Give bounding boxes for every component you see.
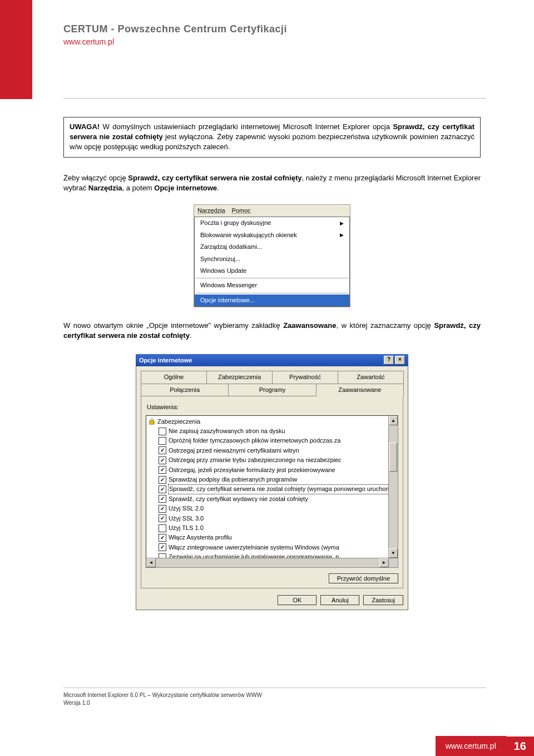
settings-option[interactable]: Ostrzegaj przy zmianie trybu zabezpieczo… (149, 455, 398, 465)
checkbox[interactable] (159, 446, 166, 454)
menu-item[interactable]: Synchronizuj... (195, 253, 349, 265)
menubar-item-tools[interactable]: Narzędzia (197, 207, 225, 215)
option-label: Użyj SSL 3.0 (169, 514, 204, 523)
svg-rect-0 (150, 421, 154, 424)
tab-content[interactable]: Zawartość (338, 371, 404, 384)
ok-button[interactable]: OK (278, 595, 317, 605)
checkbox[interactable] (159, 466, 166, 474)
red-stripe (0, 0, 32, 99)
cancel-button[interactable]: Anuluj (320, 595, 359, 605)
settings-listbox[interactable]: Zabezpieczenia Nie zapisuj zaszyfrowanyc… (146, 415, 398, 568)
lock-icon (149, 418, 155, 425)
menu-item[interactable]: Windows Update (195, 265, 349, 277)
checkbox[interactable] (159, 495, 166, 503)
tabs-row-2: Połączenia Programy Zaawansowane (141, 384, 403, 396)
option-label: Sprawdzaj podpisy dla pobieranych progra… (169, 475, 297, 484)
checkbox[interactable] (159, 543, 166, 551)
checkbox[interactable] (159, 456, 166, 464)
checkbox[interactable] (159, 428, 166, 435)
menubar-item-help[interactable]: Pomoc (232, 207, 251, 215)
paragraph-2: W nowo otwartym oknie „Opcje internetowe… (63, 321, 481, 341)
tab-security[interactable]: Zabezpieczenia (206, 371, 273, 384)
menu-item[interactable]: Poczta i grupy dyskusyjne▶ (195, 217, 349, 229)
apply-button[interactable]: Zastosuj (363, 595, 403, 605)
menubar: Narzędzia Pomoc (194, 205, 350, 217)
checkbox[interactable] (159, 476, 166, 484)
option-label: Ostrzegaj przy zmianie trybu zabezpieczo… (169, 456, 342, 464)
checkbox[interactable] (159, 534, 166, 542)
menu-item-messenger[interactable]: Windows Messenger (195, 279, 349, 291)
option-label: Sprawdź, czy certyfikat wydawcy nie zost… (169, 495, 308, 503)
option-label: Nie zapisuj zaszyfrowanych stron na dysk… (169, 427, 285, 435)
scroll-down-button[interactable]: ▼ (389, 548, 398, 558)
dialog-title: Opcje internetowe (139, 356, 192, 365)
page-header: CERTUM - Powszechne Centrum Certyfikacji… (63, 23, 287, 46)
settings-option[interactable]: Użyj TLS 1.0 (149, 523, 398, 533)
tabs-row-1: Ogólne Zabezpieczenia Prywatność Zawarto… (141, 371, 403, 384)
settings-label: Ustawienia: (147, 403, 398, 411)
settings-option[interactable]: Opróżnij folder tymczasowych plików inte… (149, 436, 398, 445)
tools-menu-screenshot: Narzędzia Pomoc Poczta i grupy dyskusyjn… (194, 204, 350, 307)
tab-privacy[interactable]: Prywatność (272, 371, 338, 384)
scroll-right-button[interactable]: ► (379, 558, 389, 567)
settings-option[interactable]: Sprawdzaj podpisy dla pobieranych progra… (149, 475, 398, 484)
tab-general[interactable]: Ogólne (141, 371, 207, 384)
page-number: 16 (506, 737, 534, 756)
note-prefix: UWAGA! (70, 122, 100, 131)
horizontal-scrollbar[interactable]: ◄ ► (146, 558, 398, 567)
chevron-right-icon: ▶ (340, 220, 344, 227)
header-url: www.certum.pl (63, 37, 287, 46)
option-label: Użyj TLS 1.0 (169, 524, 204, 532)
tab-advanced[interactable]: Zaawansowane (316, 384, 404, 396)
menu-item-internet-options[interactable]: Opcje internetowe... (195, 294, 349, 306)
help-button[interactable]: ? (384, 356, 394, 365)
tab-programs[interactable]: Programy (228, 384, 316, 396)
section-header-security: Zabezpieczenia (149, 417, 398, 426)
checkbox[interactable] (159, 524, 166, 532)
scroll-up-button[interactable]: ▲ (389, 416, 398, 425)
menu-item[interactable]: Zarządzaj dodatkami... (195, 241, 349, 253)
settings-option[interactable]: Nie zapisuj zaszyfrowanych stron na dysk… (149, 426, 398, 436)
checkbox[interactable] (159, 505, 166, 513)
option-label: Ostrzegaj, jeżeli przesyłanie formularzy… (169, 466, 335, 474)
scroll-thumb[interactable] (389, 443, 397, 472)
close-button[interactable]: × (395, 356, 405, 365)
settings-option[interactable]: Włącz zintegrowane uwierzytelnianie syst… (149, 543, 398, 552)
vertical-scrollbar[interactable]: ▲ ▼ (388, 416, 398, 558)
scroll-left-button[interactable]: ◄ (146, 558, 156, 567)
tools-dropdown: Poczta i grupy dyskusyjne▶Blokowanie wys… (194, 217, 350, 307)
note-box: UWAGA! W domyślnych ustawieniach przeglą… (63, 117, 481, 158)
checkbox[interactable] (159, 514, 166, 522)
option-label: Ostrzegaj przed nieważnymi certyfikatami… (169, 446, 299, 455)
option-label: Włącz zintegrowane uwierzytelnianie syst… (169, 543, 339, 552)
dialog-titlebar: Opcje internetowe ? × (136, 354, 408, 366)
chevron-right-icon: ▶ (340, 232, 344, 239)
settings-option[interactable]: Sprawdź, czy certyfikat serwera nie zost… (149, 484, 398, 494)
footer-band: www.certum.pl 16 (436, 736, 534, 756)
internet-options-dialog: Opcje internetowe ? × Ogólne Zabezpiecze… (136, 354, 408, 610)
menu-separator (196, 293, 348, 293)
footer-url: www.certum.pl (436, 736, 506, 756)
footer-text: Microsoft Internet Explorer 6.0 PL – Wyk… (63, 691, 262, 707)
settings-option[interactable]: Użyj SSL 2.0 (149, 504, 398, 513)
restore-defaults-button[interactable]: Przywróć domyślne (329, 573, 398, 583)
tab-connections[interactable]: Połączenia (141, 384, 229, 396)
settings-option[interactable]: Sprawdź, czy certyfikat wydawcy nie zost… (149, 494, 398, 504)
option-label: Włącz Asystenta profilu (169, 533, 232, 542)
option-label: Użyj SSL 2.0 (169, 504, 204, 513)
footer-rule (63, 688, 486, 688)
header-rule (63, 98, 486, 99)
settings-option[interactable]: Włącz Asystenta profilu (149, 533, 398, 542)
menu-separator (196, 278, 348, 278)
settings-option[interactable]: Użyj SSL 3.0 (149, 514, 398, 523)
tab-panel-advanced: Ustawienia: Zabezpieczenia Nie zapisuj z… (141, 396, 403, 588)
checkbox[interactable] (159, 485, 166, 493)
settings-option[interactable]: Ostrzegaj, jeżeli przesyłanie formularzy… (149, 465, 398, 475)
option-label: Opróżnij folder tymczasowych plików inte… (169, 436, 340, 445)
checkbox[interactable] (159, 437, 166, 445)
settings-option[interactable]: Ostrzegaj przed nieważnymi certyfikatami… (149, 446, 398, 455)
header-title: CERTUM - Powszechne Centrum Certyfikacji (63, 23, 287, 35)
option-label: Sprawdź, czy certyfikat serwera nie zost… (169, 485, 398, 493)
paragraph-1: Żeby włączyć opcję Sprawdź, czy certyfik… (63, 173, 481, 193)
menu-item[interactable]: Blokowanie wyskakujących okienek▶ (195, 229, 349, 241)
